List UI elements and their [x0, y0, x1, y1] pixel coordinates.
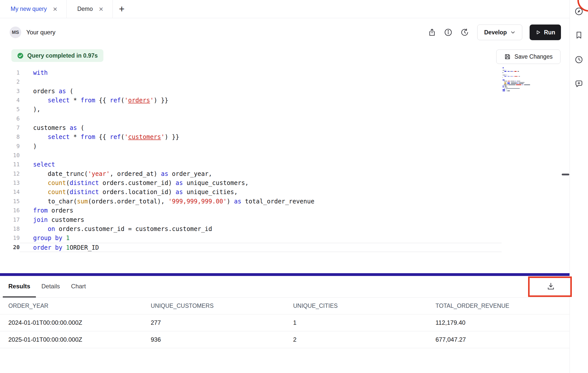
develop-dropdown[interactable]: Develop [477, 25, 522, 40]
query-history-button[interactable] [459, 27, 470, 38]
code-line[interactable]: 19group by 1 [0, 234, 502, 243]
close-icon[interactable]: × [52, 5, 58, 13]
run-button[interactable]: Run [530, 25, 561, 40]
status-message: Query completed in 0.97s [27, 52, 98, 59]
develop-label: Develop [484, 29, 507, 36]
info-icon [444, 28, 453, 37]
column-header[interactable]: UNIQUE_CUSTOMERS [142, 302, 285, 309]
table-cell: 677,047.27 [427, 336, 570, 343]
code-line[interactable]: 12 date_trunc('year', ordered_at) as ord… [0, 169, 502, 178]
tab-my-new-query[interactable]: My new query × [0, 0, 67, 18]
tab-results[interactable]: Results [3, 276, 36, 297]
code-line[interactable]: 2 [0, 77, 502, 86]
code-line[interactable]: 16from orders [0, 206, 502, 215]
line-number: 10 [0, 151, 20, 160]
editor-minimap[interactable] [503, 67, 531, 91]
line-number: 13 [0, 178, 20, 188]
results-panel: Results Details Chart ORDER_YEARUNIQUE_C… [0, 276, 570, 373]
code-line[interactable]: 20order by 1ORDER_ID [0, 243, 502, 252]
compass-button[interactable] [573, 6, 584, 17]
save-icon [504, 53, 511, 60]
column-header[interactable]: ORDER_YEAR [0, 302, 142, 309]
code-line[interactable]: 4 select * from {{ ref('orders') }} [0, 96, 502, 105]
table-row[interactable]: 2024-01-01T00:00:00.000Z2771112,179.40 [0, 314, 570, 331]
comment-sparkle-icon [574, 79, 583, 88]
history-rail-button[interactable] [573, 54, 584, 65]
right-rail [570, 0, 588, 373]
results-tab-bar: Results Details Chart [0, 276, 570, 298]
line-number: 1 [0, 68, 20, 77]
model-ref-link[interactable]: customers [128, 133, 161, 141]
table-cell: 2 [285, 336, 427, 343]
column-header[interactable]: UNIQUE_CITIES [285, 302, 427, 309]
new-tab-button[interactable]: + [113, 0, 131, 18]
editor-tab-bar: My new query × Demo × + [0, 0, 570, 18]
play-icon [535, 30, 541, 35]
check-circle-icon [17, 52, 24, 59]
line-number: 6 [0, 114, 20, 123]
save-changes-label: Save Changes [514, 53, 553, 60]
code-line[interactable]: 15 to_char(sum(orders.order_total), '999… [0, 197, 502, 206]
code-line[interactable]: 8 select * from {{ ref('customers') }} [0, 132, 502, 142]
panel-resize-handle[interactable] [562, 174, 569, 175]
bookmark-button[interactable] [573, 30, 584, 41]
tab-demo[interactable]: Demo × [67, 0, 113, 18]
share-button[interactable] [426, 27, 438, 38]
save-changes-button[interactable]: Save Changes [496, 50, 560, 64]
code-line[interactable]: 7customers as ( [0, 123, 502, 132]
code-line[interactable]: 1with [0, 68, 502, 77]
table-cell: 936 [142, 336, 285, 343]
line-number: 17 [0, 215, 20, 224]
tab-label: Demo [77, 6, 93, 12]
tab-details[interactable]: Details [36, 276, 65, 297]
code-line[interactable]: 13 count(distinct orders.customer_id) as… [0, 178, 502, 188]
code-line[interactable]: 9) [0, 142, 502, 151]
plus-icon: + [119, 4, 124, 14]
code-line[interactable]: 18 on orders.customer_id = customers.cus… [0, 224, 502, 234]
code-line[interactable]: 17join customers [0, 215, 502, 224]
code-line[interactable]: 5), [0, 105, 502, 114]
compass-icon [574, 7, 583, 16]
download-icon [547, 282, 555, 290]
copilot-comment-button[interactable] [573, 78, 584, 89]
download-results-button[interactable] [543, 278, 559, 294]
line-number: 7 [0, 123, 20, 132]
table-cell: 1 [285, 319, 427, 326]
run-label: Run [544, 29, 555, 36]
tab-chart[interactable]: Chart [65, 276, 92, 297]
avatar[interactable]: MS [10, 27, 21, 38]
sql-editor[interactable]: 1with23orders as (4 select * from {{ ref… [0, 68, 502, 252]
info-button[interactable] [443, 27, 454, 38]
table-row[interactable]: 2025-01-01T00:00:00.000Z9362677,047.27 [0, 331, 570, 348]
line-number: 12 [0, 169, 20, 178]
bookmark-icon [575, 31, 583, 39]
tab-label: My new query [11, 6, 47, 12]
page-title: Your query [26, 29, 55, 36]
column-header[interactable]: TOTAL_ORDER_REVENUE [427, 302, 570, 309]
history-icon [460, 28, 469, 37]
code-line[interactable]: 11select [0, 160, 502, 169]
results-header-row: ORDER_YEARUNIQUE_CUSTOMERSUNIQUE_CITIEST… [0, 298, 570, 314]
close-icon[interactable]: × [98, 5, 104, 13]
line-number: 4 [0, 96, 20, 105]
table-cell: 2024-01-01T00:00:00.000Z [0, 319, 142, 326]
line-number: 9 [0, 142, 20, 151]
clock-icon [575, 55, 583, 64]
query-status-badge: Query completed in 0.97s [11, 49, 103, 62]
line-number: 11 [0, 160, 20, 169]
line-number: 2 [0, 77, 20, 86]
line-number: 8 [0, 132, 20, 142]
table-cell: 2025-01-01T00:00:00.000Z [0, 336, 142, 343]
code-line[interactable]: 14 count(distinct orders.location_id) as… [0, 188, 502, 197]
code-line[interactable]: 3orders as ( [0, 87, 502, 96]
chevron-down-icon [510, 30, 515, 35]
model-ref-link[interactable]: orders [128, 97, 150, 104]
table-cell: 277 [142, 319, 285, 326]
share-icon [428, 28, 436, 37]
line-number: 5 [0, 105, 20, 114]
code-line[interactable]: 10 [0, 151, 502, 160]
code-line[interactable]: 6 [0, 114, 502, 123]
results-body: 2024-01-01T00:00:00.000Z2771112,179.4020… [0, 314, 570, 348]
app-window: My new query × Demo × + MS Your query [0, 0, 588, 373]
panel-divider[interactable] [0, 273, 570, 276]
